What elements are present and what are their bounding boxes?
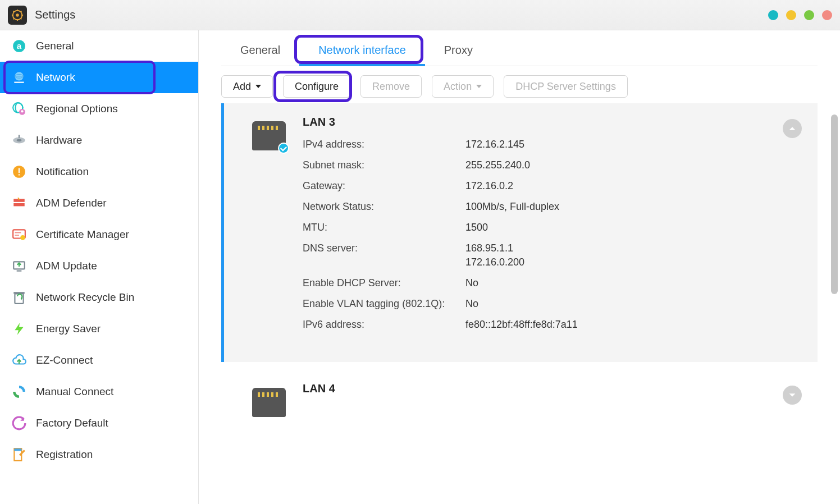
scrollbar-track[interactable] [831,114,838,482]
svg-point-18 [21,110,23,112]
sidebar-item-factory[interactable]: Factory Default [0,407,198,439]
sidebar-item-defender[interactable]: ADM Defender [0,187,198,219]
dhcp-settings-button[interactable]: DHCP Server Settings [504,75,628,98]
window-controls [768,10,832,20]
field-value: No [465,277,478,289]
tabs: General Network interface Proxy [221,38,818,66]
sidebar-item-label: General [36,40,74,52]
registration-icon [11,447,27,462]
svg-line-9 [21,11,22,12]
svg-rect-36 [14,448,21,451]
sidebar-item-label: Regional Options [36,103,118,115]
general-icon: a [11,38,27,54]
window-dot-2[interactable] [786,10,796,20]
add-button[interactable]: Add [221,75,273,98]
svg-text:a: a [17,41,22,51]
field-label: MTU: [303,222,465,233]
tab-label: General [240,44,280,56]
svg-point-1 [16,13,19,17]
ethernet-port-icon [252,388,286,417]
interface-title: LAN 4 [303,382,801,395]
interface-card-lan3[interactable]: LAN 3 IPv4 address:172.16.2.145 Subnet m… [221,103,818,362]
svg-rect-24 [19,174,20,175]
regional-icon [11,101,27,117]
sidebar-item-recycle[interactable]: Network Recycle Bin [0,282,198,313]
expand-button[interactable] [783,386,802,405]
interface-card-lan4[interactable]: LAN 4 [221,370,818,424]
interface-body: LAN 4 [303,382,801,417]
field-label: Network Status: [303,201,465,213]
svg-rect-26 [13,203,25,206]
sidebar: a General Network Regional Options Hardw… [0,30,199,504]
factory-default-icon [11,415,27,431]
svg-rect-15 [14,82,24,83]
field-value: 172.16.0.2 [465,180,513,192]
svg-point-30 [20,235,25,240]
sidebar-item-energy[interactable]: Energy Saver [0,313,198,345]
sidebar-item-label: ADM Update [36,260,97,272]
sidebar-item-notification[interactable]: Notification [0,156,198,187]
sidebar-item-registration[interactable]: Registration [0,439,198,470]
tab-label: Network interface [318,44,406,56]
collapse-button[interactable] [783,119,802,138]
field-label: IPv4 address: [303,139,465,150]
chevron-up-icon [788,124,797,133]
caret-down-icon [255,85,261,88]
sidebar-item-ezconnect[interactable]: EZ-Connect [0,345,198,376]
tab-general[interactable]: General [221,38,299,66]
defender-icon [11,195,27,211]
cloud-icon [11,352,27,368]
field-value: 172.16.2.145 [465,139,524,150]
sidebar-item-regional[interactable]: Regional Options [0,93,198,125]
tab-label: Proxy [444,44,473,56]
toolbar: Add Configure Remove Action DHCP Server … [221,66,818,101]
button-label: Add [233,81,251,93]
sidebar-item-general[interactable]: a General [0,30,198,62]
configure-button[interactable]: Configure [283,75,350,98]
sidebar-item-hardware[interactable]: Hardware [0,125,198,156]
button-label: Remove [372,81,410,93]
sidebar-item-manual[interactable]: Manual Connect [0,376,198,407]
chevron-down-icon [788,391,797,400]
sidebar-item-label: Factory Default [36,417,108,429]
tab-proxy[interactable]: Proxy [425,38,492,66]
svg-line-7 [21,18,22,19]
svg-rect-34 [13,292,25,294]
field-value: 1500 [465,222,488,233]
button-label: DHCP Server Settings [515,81,616,93]
svg-rect-23 [19,168,20,173]
sidebar-item-label: EZ-Connect [36,354,93,366]
manual-connect-icon [11,384,27,400]
interface-body: LAN 3 IPv4 address:172.16.2.145 Subnet m… [303,116,801,340]
interface-title: LAN 3 [303,116,801,129]
ethernet-port-icon [252,121,286,150]
sidebar-item-certificate[interactable]: Certificate Manager [0,219,198,250]
action-button[interactable]: Action [432,75,494,98]
field-value: 255.255.240.0 [465,159,530,171]
field-value: fe80::12bf:48ff:fe8d:7a11 [465,319,578,331]
button-label: Configure [295,81,339,93]
field-label: IPv6 address: [303,319,465,331]
content-pane: General Network interface Proxy Add Conf… [199,30,840,504]
settings-app-icon [8,6,27,25]
tab-network-interface[interactable]: Network interface [299,38,425,66]
energy-icon [11,321,27,337]
window-dot-3[interactable] [804,10,814,20]
window-dot-1[interactable] [768,10,778,20]
sidebar-item-label: Network [36,71,75,84]
sidebar-item-update[interactable]: ADM Update [0,250,198,282]
recycle-icon [11,290,27,305]
scrollbar-thumb[interactable] [831,114,838,294]
remove-button[interactable]: Remove [360,75,422,98]
sidebar-item-label: Network Recycle Bin [36,291,134,304]
svg-line-6 [13,11,15,12]
field-value: No [465,298,478,310]
field-value: 100Mb/s, Full-duplex [465,201,559,213]
window-title: Settings [35,8,75,21]
field-label: Subnet mask: [303,159,465,171]
field-label: Gateway: [303,180,465,192]
sidebar-item-network[interactable]: Network [0,62,198,93]
window-dot-4[interactable] [822,10,832,20]
sidebar-item-label: ADM Defender [36,197,107,209]
svg-rect-32 [17,271,22,272]
